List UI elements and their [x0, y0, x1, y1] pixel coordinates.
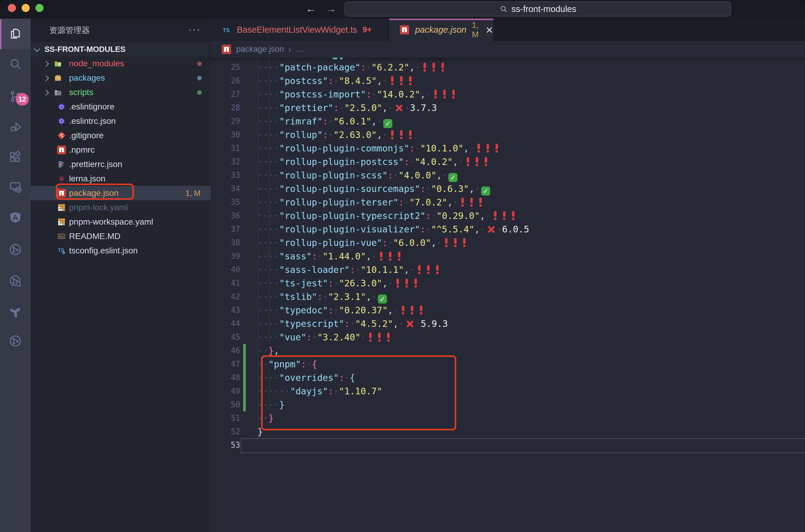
tree-item-.eslintrc.json[interactable]: .eslintrc.json: [31, 114, 211, 128]
token: ·: [366, 62, 371, 73]
activity-item-git-graph-search[interactable]: [0, 267, 31, 297]
token: "1.44.0": [323, 251, 366, 262]
line-number: 52: [211, 425, 240, 438]
code-line-44[interactable]: 44····"typescript":·"4.5.2",··5.9.3: [211, 317, 805, 330]
token: :: [420, 224, 426, 234]
code-line-48[interactable]: 48····"overrides":·{: [211, 371, 805, 384]
code-line-28[interactable]: 28····"prettier":·"2.5.0",··3.7.3: [211, 101, 805, 115]
activity-item-run-debug[interactable]: [0, 112, 31, 142]
code-line-33[interactable]: 33····"rollup-plugin-scss":·"4.0.0",·✓: [211, 169, 805, 182]
line-number: 40: [211, 263, 240, 277]
code-line-40[interactable]: 40····"sass-loader":·"10.1.1",·: [211, 263, 805, 277]
activity-item-source-control[interactable]: 12: [0, 82, 31, 112]
code-line-52[interactable]: 52}: [211, 425, 805, 438]
code-line-50[interactable]: 50····}: [211, 398, 805, 412]
code-line-42[interactable]: 42····"tslib":·"2.3.1",·✓: [211, 290, 805, 303]
tree-item-scripts[interactable]: <>scripts: [31, 85, 211, 99]
forward-arrow-icon[interactable]: →: [326, 0, 336, 19]
tab-package.json[interactable]: package.json1, M: [389, 19, 494, 41]
tab-BaseElementListViewWidget.ts[interactable]: TSBaseElementListViewWidget.ts9+: [211, 19, 389, 41]
token: :: [328, 386, 333, 396]
code-line-39[interactable]: 39····"sass":·"1.44.0",·: [211, 249, 805, 263]
token: ,: [420, 89, 426, 99]
code-line-45[interactable]: 45····"vue":·"3.2.40"·: [211, 330, 805, 344]
tree-item-README.MD[interactable]: MREADME.MD: [31, 229, 211, 244]
code-line-41[interactable]: 41····"ts-jest":·"26.3.0",·: [211, 277, 805, 290]
code-line-34[interactable]: 34····"rollup-plugin-sourcemaps":·"0.6.3…: [211, 182, 805, 195]
warn-exclamation-icon: [415, 279, 417, 288]
code-text: ····"sass-loader":·"10.1.1",·: [258, 263, 442, 277]
activity-item-angular[interactable]: [0, 203, 31, 233]
tree-item-.prettierrc.json[interactable]: .prettierrc.json: [31, 157, 211, 172]
code-line-49[interactable]: 49······"dayjs":·"1.10.7": [211, 384, 805, 398]
activity-item-knot[interactable]: [0, 298, 31, 327]
token: ·: [355, 265, 361, 275]
token: ·: [404, 197, 409, 208]
code-line-36[interactable]: 36····"rollup-plugin-typescript2":·"0.29…: [211, 209, 805, 223]
code-line-37[interactable]: 37····"rollup-plugin-visualizer":·"^5.5.…: [211, 223, 805, 236]
tree-item-pnpm-workspace.yaml[interactable]: pnpm-workspace.yaml: [31, 215, 211, 229]
token: "typedoc": [279, 305, 328, 316]
tree-item-package.json[interactable]: package.json1, M: [31, 186, 211, 200]
window-minimize-button[interactable]: [22, 4, 30, 12]
back-arrow-icon[interactable]: ←: [306, 0, 316, 19]
warn-exclamation-icon: [409, 76, 411, 85]
remote-icon: [8, 180, 22, 195]
window-search[interactable]: ss-front-modules: [345, 1, 731, 17]
close-icon[interactable]: [485, 26, 486, 34]
tree-item-.npmrc[interactable]: .npmrc: [31, 143, 211, 157]
activity-item-git-graph[interactable]: [0, 235, 31, 265]
more-actions-icon[interactable]: ···: [188, 19, 201, 40]
code-line-35[interactable]: 35····"rollup-plugin-terser":·"7.0.2",·: [211, 195, 805, 209]
breadcrumb[interactable]: package.json › …: [211, 41, 805, 58]
activity-item-explorer[interactable]: [0, 19, 31, 49]
window-close-button[interactable]: [8, 4, 16, 12]
tree-item-.gitignore[interactable]: .gitignore: [31, 128, 211, 143]
token: ··: [258, 359, 268, 369]
npm-icon: [400, 25, 409, 35]
breadcrumb-file[interactable]: package.json: [236, 45, 284, 54]
token: {: [312, 359, 317, 369]
token: ·: [393, 305, 399, 316]
tree-item-.eslintignore[interactable]: .eslintignore: [31, 99, 211, 114]
token: ,: [274, 345, 279, 356]
activity-item-git-graph-2[interactable]: [0, 327, 31, 357]
warn-exclamation-icon: [378, 332, 381, 342]
tree-item-pnpm-lock.yaml[interactable]: pnpm-lock.yaml: [31, 200, 211, 215]
code-line-43[interactable]: 43····"typedoc":·"0.20.37",·: [211, 303, 805, 317]
code-line-29[interactable]: 29····"rimraf":·"6.0.1",·✓: [211, 115, 805, 128]
code-line-38[interactable]: 38····"rollup-plugin-vue":·"6.0.0",·: [211, 236, 805, 249]
breadcrumb-more[interactable]: …: [296, 45, 304, 54]
code-line-25[interactable]: 25····"patch-package":·"6.2.2",·: [211, 61, 805, 74]
clipped-line-fragment: [333, 58, 337, 59]
code-line-51[interactable]: 51··}: [211, 412, 805, 425]
code-text: ····"rollup-plugin-typescript2":·"0.29.0…: [258, 209, 518, 223]
tree-item-lerna.json[interactable]: lerna.json: [31, 172, 211, 186]
token: "rollup-plugin-postcss": [279, 156, 404, 167]
code-line-31[interactable]: 31····"rollup-plugin-commonjs":·"10.1.0"…: [211, 141, 805, 155]
activity-item-extensions[interactable]: [0, 143, 31, 173]
code-editor[interactable]: 25····"patch-package":·"6.2.2",·26····"p…: [211, 58, 805, 532]
code-line-47[interactable]: 47··"pnpm":·{: [211, 358, 805, 371]
code-text: ··},: [258, 344, 279, 358]
tree-item-tsconfig.eslint.json[interactable]: TStsconfig.eslint.json: [31, 244, 211, 258]
code-line-32[interactable]: 32····"rollup-plugin-postcss":·"4.0.2",·: [211, 155, 805, 169]
activity-item-remote-explorer[interactable]: [0, 172, 31, 203]
token: ·: [307, 359, 312, 369]
code-line-26[interactable]: 26····"postcss":·"8.4.5",·: [211, 74, 805, 88]
workspace-section-header[interactable]: SS-FRONT-MODULES: [31, 42, 211, 56]
tree-item-packages[interactable]: packages: [31, 71, 211, 85]
code-line-30[interactable]: 30····"rollup":·"2.63.0",·: [211, 128, 805, 141]
activity-item-search[interactable]: [0, 50, 31, 79]
code-text: ····}: [258, 398, 285, 412]
token: ·: [458, 156, 463, 167]
warn-exclamation-icon: [434, 90, 437, 99]
uptodate-check-icon: ✓: [481, 187, 490, 195]
code-line-27[interactable]: 27····"postcss-import":·"14.0.2",·: [211, 88, 805, 101]
code-text: ····"vue":·"3.2.40"·: [258, 330, 393, 344]
tree-item-node_modules[interactable]: JSnode_modules: [31, 56, 211, 71]
warn-exclamation-icon: [470, 197, 473, 207]
code-line-46[interactable]: 46··},: [211, 344, 805, 358]
token: ·: [426, 184, 431, 194]
window-zoom-button[interactable]: [35, 4, 43, 12]
